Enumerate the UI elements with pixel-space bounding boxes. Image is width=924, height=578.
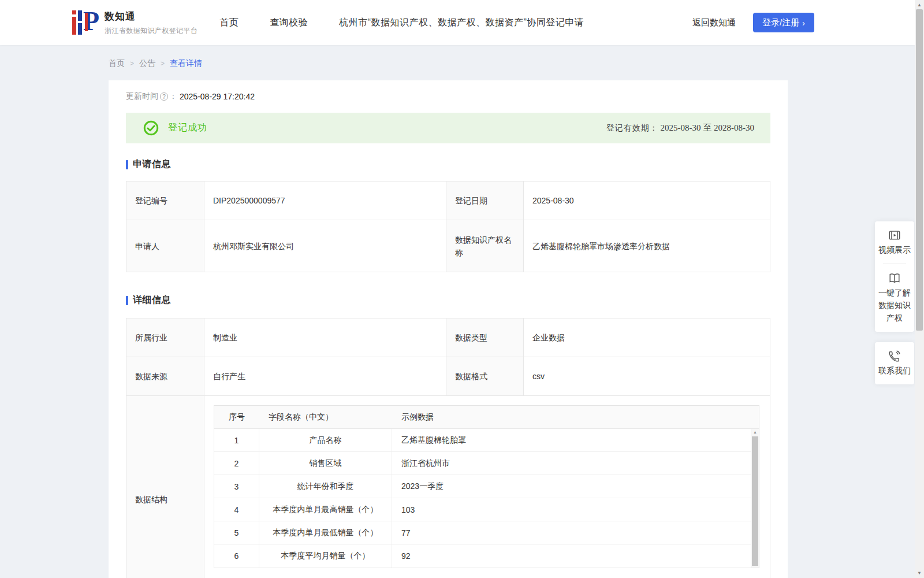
nav-item-home[interactable]: 首页 [219, 17, 239, 29]
breadcrumb-current: 查看详情 [170, 58, 202, 69]
floating-panel-video-guide: 视频展示 一键了解数据知识产权 [875, 221, 914, 332]
site-subtitle: 浙江省数据知识产权登记平台 [105, 26, 198, 36]
section-apply-title: 申请信息 [133, 158, 171, 171]
table-row: 2 销售区域 浙江省杭州市 [214, 452, 759, 475]
header-sample-data: 示例数据 [392, 406, 759, 428]
label-dip-name: 数据知识产权名称 [446, 220, 524, 272]
validity-value: 2025-08-30 至 2028-08-30 [661, 123, 754, 132]
breadcrumb-separator: > [130, 60, 134, 68]
scroll-up-icon[interactable]: ▲ [751, 429, 759, 436]
row-sample: 92 [392, 544, 759, 568]
row-field-name: 产品名称 [259, 429, 392, 451]
validity-label: 登记有效期： [606, 123, 658, 132]
table-row: 6 本季度平均月销量（个） 92 [214, 544, 759, 568]
login-register-label: 登录/注册 [762, 17, 799, 28]
section-detail-info: 详细信息 [126, 294, 770, 306]
row-field-name: 统计年份和季度 [259, 475, 392, 498]
row-no: 4 [214, 498, 259, 521]
validity-period: 登记有效期： 2025-08-30 至 2028-08-30 [606, 123, 754, 134]
breadcrumb-home[interactable]: 首页 [109, 58, 125, 69]
value-dip-name: 乙烯基腹棉轮胎罩市场渗透率分析数据 [524, 220, 770, 272]
label-registration-date: 登记日期 [446, 181, 524, 220]
update-time-row: 更新时间 ? ： 2025-08-29 17:20:42 [126, 91, 770, 102]
table-scrollbar[interactable]: ▲ [751, 429, 759, 568]
apply-info-table: 登记编号 DIP2025000009577 登记日期 2025-08-30 申请… [126, 181, 770, 272]
video-showcase-item[interactable]: 视频展示 [878, 229, 911, 256]
ip-logo-icon: P [72, 10, 98, 35]
section-bar-icon [126, 296, 128, 305]
header-no: 序号 [214, 406, 259, 428]
label-registration-no: 登记编号 [126, 181, 204, 220]
row-sample: 77 [392, 521, 759, 544]
row-sample: 浙江省杭州市 [392, 452, 759, 475]
detail-card: 更新时间 ? ： 2025-08-29 17:20:42 登记成功 登记有效期：… [109, 80, 788, 578]
scroll-up-icon[interactable]: ▲ [915, 2, 924, 8]
row-no: 6 [214, 544, 259, 568]
main-nav: 首页 查询校验 杭州市“数据知识产权、数据产权、数据资产”协同登记申请 [219, 17, 584, 29]
phone-icon [888, 350, 901, 362]
page-scrollbar[interactable]: ▲ ▼ [915, 0, 924, 578]
value-registration-no: DIP2025000009577 [204, 181, 446, 220]
floating-panel-contact[interactable]: 联系我们 [875, 342, 914, 384]
login-register-button[interactable]: 登录/注册 › [753, 13, 814, 32]
one-click-guide-label: 一键了解数据知识产权 [878, 286, 911, 324]
breadcrumb-separator: > [161, 60, 165, 68]
section-bar-icon [126, 160, 128, 169]
value-applicant: 杭州邓斯实业有限公司 [204, 220, 446, 272]
site-title: 数知通 [105, 10, 198, 23]
value-registration-date: 2025-08-30 [524, 181, 770, 220]
row-no: 5 [214, 521, 259, 544]
video-showcase-label: 视频展示 [878, 243, 911, 256]
label-applicant: 申请人 [126, 220, 204, 272]
structure-table-header: 序号 字段名称（中文） 示例数据 [214, 406, 759, 429]
table-row: 3 统计年份和季度 2023一季度 [214, 475, 759, 498]
book-icon [888, 272, 901, 284]
scrollbar-thumb[interactable] [752, 436, 758, 566]
table-row: 5 本季度内单月最低销量（个） 77 [214, 521, 759, 544]
detail-info-table: 所属行业 制造业 数据类型 企业数据 数据来源 自行产生 数据格式 csv 数据… [126, 318, 770, 578]
data-structure-table: 序号 字段名称（中文） 示例数据 1 产品名称 乙烯基腹棉轮胎罩 2 销售区域 … [214, 405, 759, 568]
question-circle-icon[interactable]: ? [160, 92, 168, 101]
row-no: 3 [214, 475, 259, 498]
value-industry: 制造业 [204, 318, 446, 357]
row-field-name: 本季度内单月最低销量（个） [259, 521, 392, 544]
value-data-type: 企业数据 [524, 318, 770, 357]
contact-us-label: 联系我们 [878, 364, 911, 377]
row-sample: 2023一季度 [392, 475, 759, 498]
row-field-name: 销售区域 [259, 452, 392, 475]
breadcrumb-notice[interactable]: 公告 [139, 58, 155, 69]
label-data-structure: 数据结构 [126, 396, 204, 578]
update-time-value: 2025-08-29 17:20:42 [180, 92, 255, 101]
nav-item-verify[interactable]: 查询校验 [270, 17, 308, 29]
site-logo[interactable]: P 数知通 浙江省数据知识产权登记平台 [72, 10, 198, 36]
check-circle-icon [143, 120, 159, 136]
section-apply-info: 申请信息 [126, 158, 770, 171]
divider [883, 264, 906, 264]
section-detail-title: 详细信息 [133, 294, 171, 306]
value-data-format: csv [524, 357, 770, 396]
nav-item-hangzhou-registration[interactable]: 杭州市“数据知识产权、数据产权、数据资产”协同登记申请 [339, 17, 584, 29]
table-row: 4 本季度内单月最高销量（个） 103 [214, 498, 759, 521]
row-field-name: 本季度平均月销量（个） [259, 544, 392, 568]
label-data-type: 数据类型 [446, 318, 524, 357]
row-field-name: 本季度内单月最高销量（个） [259, 498, 392, 521]
chevron-right-icon: › [802, 18, 805, 27]
back-to-shuzhitong-link[interactable]: 返回数知通 [692, 17, 736, 28]
label-data-source: 数据来源 [126, 357, 204, 396]
update-time-colon: ： [169, 91, 177, 102]
top-header: P 数知通 浙江省数据知识产权登记平台 首页 查询校验 杭州市“数据知识产权、数… [0, 0, 915, 45]
label-industry: 所属行业 [126, 318, 204, 357]
header-field-name: 字段名称（中文） [259, 406, 392, 428]
row-no: 2 [214, 452, 259, 475]
one-click-guide-item[interactable]: 一键了解数据知识产权 [878, 272, 911, 324]
row-sample: 103 [392, 498, 759, 521]
value-data-source: 自行产生 [204, 357, 446, 396]
label-data-format: 数据格式 [446, 357, 524, 396]
row-sample: 乙烯基腹棉轮胎罩 [392, 429, 759, 451]
scroll-down-icon[interactable]: ▼ [915, 570, 924, 576]
update-time-label: 更新时间 [126, 91, 158, 102]
video-icon [888, 229, 901, 242]
row-no: 1 [214, 429, 259, 451]
page-scrollbar-thumb[interactable] [916, 9, 923, 331]
registration-success-banner: 登记成功 登记有效期： 2025-08-30 至 2028-08-30 [126, 113, 770, 143]
